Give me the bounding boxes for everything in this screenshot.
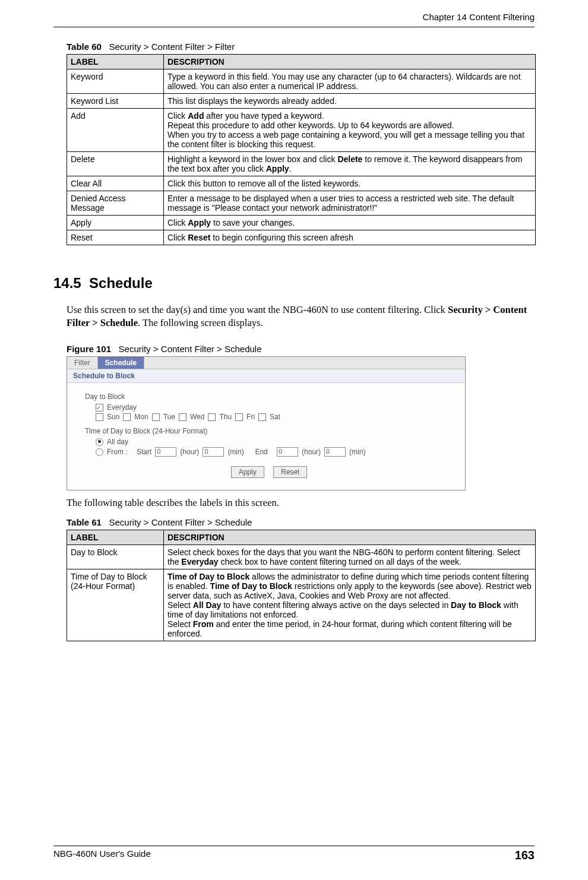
table60-head-label: LABEL bbox=[67, 55, 164, 69]
start-hour-input[interactable]: 0 bbox=[155, 447, 176, 457]
t60-r3-p1: Highlight a keyword in the lower box and… bbox=[167, 154, 337, 164]
t60-r6-p1: Click bbox=[167, 218, 188, 227]
checkbox-fri[interactable] bbox=[235, 413, 243, 421]
table60-caption: Table 60 Security > Content Filter > Fil… bbox=[67, 42, 535, 52]
mon-label: Mon bbox=[134, 413, 148, 421]
t61-r1-p4b: and enter the time period, in 24-hour fo… bbox=[167, 619, 512, 638]
checkbox-mon[interactable] bbox=[123, 413, 131, 421]
day-to-block-label: Day to Block bbox=[85, 392, 453, 401]
t61-r0-desc: Select check boxes for the days that you… bbox=[164, 545, 536, 569]
radio-from[interactable] bbox=[96, 448, 103, 456]
start-min-input[interactable]: 0 bbox=[203, 447, 224, 457]
t60-r0-desc: Type a keyword in this field. You may us… bbox=[164, 69, 536, 94]
table60-caption-text: Security > Content Filter > Filter bbox=[109, 42, 235, 52]
table-row: Time of Day to Block (24-Hour Format) Ti… bbox=[67, 569, 536, 641]
checkbox-sun[interactable] bbox=[96, 413, 103, 421]
table61: LABEL DESCRIPTION Day to Block Select ch… bbox=[67, 530, 536, 641]
checkbox-everyday[interactable] bbox=[96, 404, 103, 411]
t60-r3-label: Delete bbox=[67, 152, 164, 176]
t60-r6-label: Apply bbox=[67, 216, 164, 230]
t61-r0-label: Day to Block bbox=[67, 545, 164, 569]
table-row: Delete Highlight a keyword in the lower … bbox=[67, 152, 536, 176]
para1a: Use this screen to set the day(s) and ti… bbox=[67, 304, 448, 315]
t60-r1-desc: This list displays the keywords already … bbox=[164, 94, 536, 109]
end-min-input[interactable]: 0 bbox=[324, 447, 346, 457]
figure-tabs: Filter Schedule bbox=[67, 357, 465, 369]
table-row: Keyword List This list displays the keyw… bbox=[67, 94, 536, 109]
end-label: End bbox=[255, 448, 267, 456]
start-label: Start bbox=[137, 448, 151, 456]
tab-filter[interactable]: Filter bbox=[67, 357, 98, 369]
t61-r1-p3b: to have content filtering always active … bbox=[221, 600, 451, 610]
t60-r6-desc: Click Apply to save your changes. bbox=[164, 216, 536, 230]
section-heading: 14.5 Schedule bbox=[53, 275, 535, 292]
table-row: Denied Access Message Enter a message to… bbox=[67, 191, 536, 216]
figure-caption: Figure 101 Security > Content Filter > S… bbox=[67, 344, 535, 354]
t60-r3-b1: Delete bbox=[337, 154, 362, 164]
sat-label: Sat bbox=[270, 413, 280, 421]
t61-r1-label: Time of Day to Block (24-Hour Format) bbox=[67, 569, 164, 641]
table60: LABEL DESCRIPTION Keyword Type a keyword… bbox=[67, 54, 536, 245]
min-unit1: (min) bbox=[227, 448, 244, 456]
figure-caption-label: Figure 101 bbox=[67, 344, 111, 354]
t61-r1-b1: Time of Day to Block bbox=[167, 572, 249, 581]
table-row: Day to Block Select check boxes for the … bbox=[67, 545, 536, 569]
t60-r3-p3: . bbox=[289, 164, 292, 173]
t60-r7-b1: Reset bbox=[188, 233, 210, 242]
tab-schedule[interactable]: Schedule bbox=[98, 357, 144, 369]
end-hour-input[interactable]: 0 bbox=[277, 447, 298, 457]
footer-guide: NBG-460N User's Guide bbox=[53, 849, 151, 862]
table60-caption-label: Table 60 bbox=[67, 42, 102, 52]
table61-caption-text: Security > Content Filter > Schedule bbox=[109, 517, 252, 527]
table-row: Reset Click Reset to begin configuring t… bbox=[67, 230, 536, 245]
t61-r1-b5: From bbox=[193, 619, 214, 629]
section-title: Schedule bbox=[89, 275, 153, 291]
thu-label: Thu bbox=[219, 413, 232, 421]
para1c: . The following screen displays. bbox=[138, 317, 263, 328]
t60-r2-label: Add bbox=[67, 109, 164, 152]
t60-r2-desc: Click Add after you have typed a keyword… bbox=[164, 109, 536, 152]
wed-label: Wed bbox=[190, 413, 204, 421]
table-row: Keyword Type a keyword in this field. Yo… bbox=[67, 69, 536, 94]
t60-r5-label: Denied Access Message bbox=[67, 191, 164, 216]
checkbox-wed[interactable] bbox=[179, 413, 186, 421]
table-row: Clear All Click this button to remove al… bbox=[67, 176, 536, 191]
radio-allday[interactable] bbox=[96, 438, 103, 446]
table-row: Add Click Add after you have typed a key… bbox=[67, 109, 536, 152]
footer-page-number: 163 bbox=[515, 849, 535, 862]
figure-caption-text: Security > Content Filter > Schedule bbox=[119, 344, 262, 354]
t60-r2-b1: Add bbox=[188, 111, 204, 121]
table60-head-desc: DESCRIPTION bbox=[164, 55, 536, 69]
table61-caption: Table 61 Security > Content Filter > Sch… bbox=[67, 517, 535, 527]
time-of-day-label: Time of Day to Block (24-Hour Format) bbox=[85, 427, 453, 435]
t60-r7-desc: Click Reset to begin configuring this sc… bbox=[164, 230, 536, 245]
page-footer: NBG-460N User's Guide 163 bbox=[53, 846, 535, 862]
t60-r7-label: Reset bbox=[67, 230, 164, 245]
hour-unit2: (hour) bbox=[302, 448, 321, 456]
checkbox-sat[interactable] bbox=[258, 413, 266, 421]
t60-r2-p1: Click bbox=[167, 111, 188, 121]
t60-r7-p1: Click bbox=[167, 233, 188, 242]
reset-button[interactable]: Reset bbox=[273, 466, 307, 478]
t61-r1-p4a: Select bbox=[167, 619, 193, 629]
after-figure-para: The following table describes the labels… bbox=[67, 496, 535, 509]
header-chapter: Chapter 14 Content Filtering bbox=[53, 12, 535, 23]
header-rule bbox=[53, 27, 535, 27]
section-para: Use this screen to set the day(s) and ti… bbox=[67, 303, 535, 330]
fri-label: Fri bbox=[246, 413, 255, 421]
figure-schedule-screenshot: Filter Schedule Schedule to Block Day to… bbox=[67, 356, 466, 490]
checkbox-thu[interactable] bbox=[208, 413, 216, 421]
t60-r3-b2: Apply bbox=[266, 164, 289, 173]
everyday-label: Everyday bbox=[107, 403, 137, 411]
section-number: 14.5 bbox=[53, 275, 81, 291]
t61-r1-b2: Time of Day to Block bbox=[210, 581, 292, 591]
hour-unit1: (hour) bbox=[180, 448, 199, 456]
table61-head-label: LABEL bbox=[67, 530, 164, 545]
t61-r1-b3: All Day bbox=[193, 600, 221, 610]
table-row: Apply Click Apply to save your changes. bbox=[67, 216, 536, 230]
t60-r5-desc: Enter a message to be displayed when a u… bbox=[164, 191, 536, 216]
t61-r1-p3a: Select bbox=[167, 600, 193, 610]
checkbox-tue[interactable] bbox=[152, 413, 160, 421]
apply-button[interactable]: Apply bbox=[231, 466, 264, 478]
t60-r1-label: Keyword List bbox=[67, 94, 164, 109]
